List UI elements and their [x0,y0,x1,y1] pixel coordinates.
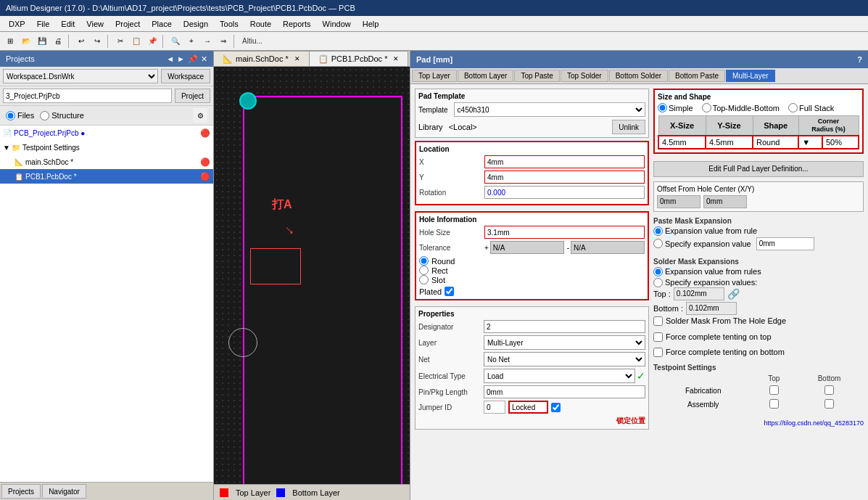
workspace-select[interactable]: Workspace1.DsnWrk [3,69,158,83]
menu-tools[interactable]: Tools [214,18,244,30]
layer-tab-bottom[interactable]: Bottom Layer [458,70,513,82]
assembly-bottom-checkbox[interactable] [824,399,834,409]
layer-tab-bottom-solder[interactable]: Bottom Solder [609,70,668,82]
pcb-pad[interactable] [239,92,257,110]
simple-radio-label[interactable]: Simple [658,103,693,112]
ysize-cell[interactable]: 4.5mm [706,136,753,149]
plated-checkbox[interactable] [445,287,454,296]
template-select[interactable]: c450h310 [454,102,645,117]
toolbar-btn-5[interactable]: 🔍 [168,34,183,49]
solder-specify-expansion-label[interactable]: Specify expansion values: [653,278,864,287]
offset-x-input[interactable] [657,195,700,208]
tree-item-source-docs[interactable]: ▼ 📁 Testpoint Settings [0,140,213,155]
workspace-button[interactable]: Workspace [161,69,210,83]
shape-dropdown-cell[interactable]: ▼ [798,136,822,149]
toolbar-copy[interactable]: 📋 [129,34,144,49]
fabrication-top-checkbox[interactable] [769,385,779,395]
locked-input[interactable] [508,401,548,414]
tolerance-minus-input[interactable] [571,241,645,254]
toolbar-redo[interactable]: ↪ [90,34,104,49]
menu-place[interactable]: Place [146,18,178,30]
toolbar-btn-8[interactable]: ⇒ [216,34,231,49]
projects-tab-btn[interactable]: Projects [1,484,41,499]
tab-main-close[interactable]: ✕ [294,55,300,62]
corner-pct-cell[interactable]: 50% [822,136,859,149]
pcb-canvas[interactable]: 打A ↑ [214,67,410,484]
tab-pcb1-pcbdoc[interactable]: 📋 PCB1.PcbDoc * ✕ [310,51,409,66]
round-radio-label[interactable]: Round [419,256,645,266]
tab-main-schdoc[interactable]: 📐 main.SchDoc * ✕ [214,51,310,66]
solder-expansion-from-rules-radio[interactable] [653,267,663,276]
layer-tab-top[interactable]: Top Layer [412,70,457,82]
nav-right-icon[interactable]: ► [177,54,185,64]
edit-full-pad-btn[interactable]: Edit Full Pad Layer Definition... [653,161,864,177]
unlink-btn[interactable]: Unlink [612,120,645,134]
toolbar-btn-4[interactable]: 🖨 [51,34,65,49]
top-layer-label[interactable]: Top Layer [236,488,270,497]
toolbar-btn-1[interactable]: ⊞ [3,34,17,49]
solder-top-input[interactable] [674,287,724,300]
menu-dxp[interactable]: DXP [3,18,31,30]
solder-bottom-input[interactable] [686,302,737,315]
electrical-type-select[interactable]: Load [484,369,635,383]
paste-expansion-from-rule-radio[interactable] [653,226,663,236]
menu-reports[interactable]: Reports [277,18,317,30]
files-radio[interactable] [6,111,15,120]
panel-settings-btn[interactable]: ⚙ [193,108,207,123]
solder-expansion-from-rules-label[interactable]: Expansion value from rules [653,267,864,276]
jumper-id-spin[interactable] [484,401,505,414]
menu-window[interactable]: Window [317,18,357,30]
toolbar-cut[interactable]: ✂ [113,34,128,49]
paste-specify-expansion-label[interactable]: Specify expansion value [653,237,864,250]
tree-item-pcb1-pcbdoc[interactable]: 📋 PCB1.PcbDoc * 🔴 [0,169,213,184]
pin-icon[interactable]: 📌 [188,54,198,64]
bottom-layer-label[interactable]: Bottom Layer [292,488,339,497]
rect-radio[interactable] [419,266,429,275]
tree-item-main-schdoc[interactable]: 📐 main.SchDoc * 🔴 [0,155,213,169]
toolbar-paste[interactable]: 📌 [145,34,160,49]
rect-radio-label[interactable]: Rect [419,266,645,275]
toolbar-btn-6[interactable]: + [184,34,199,49]
menu-help[interactable]: Help [357,18,385,30]
toolbar-btn-7[interactable]: → [200,34,215,49]
hole-size-input[interactable] [484,226,645,239]
structure-radio[interactable] [40,111,49,120]
toolbar-btn-3[interactable]: 💾 [35,34,49,49]
menu-view[interactable]: View [80,18,109,30]
y-input[interactable] [484,171,645,184]
designator-input[interactable] [484,320,645,333]
slot-radio-label[interactable]: Slot [419,275,645,284]
rotation-input[interactable] [484,186,645,199]
fabrication-bottom-checkbox[interactable] [824,385,834,395]
force-complete-bottom-label[interactable]: Force complete tenting on bottom [653,348,864,357]
solder-specify-expansion-radio[interactable] [653,278,663,287]
layer-tab-top-solder[interactable]: Top Solder [561,70,608,82]
structure-radio-label[interactable]: Structure [40,111,84,120]
locked-checkbox[interactable] [551,403,561,412]
layer-tab-top-paste[interactable]: Top Paste [514,70,559,82]
shape-cell[interactable]: Round [753,136,798,149]
tab-pcb1-close[interactable]: ✕ [393,55,399,62]
source-docs-expand[interactable]: ▼ [3,144,10,152]
menu-file[interactable]: File [31,18,56,30]
x-input[interactable] [484,155,645,168]
project-button[interactable]: Project [175,89,210,103]
menu-route[interactable]: Route [244,18,277,30]
xsize-cell[interactable]: 4.5mm [658,136,706,149]
paste-expansion-from-rule-label[interactable]: Expansion value from rule [653,226,864,236]
paste-specify-expansion-radio[interactable] [653,239,663,248]
navigator-tab-btn[interactable]: Navigator [42,484,86,499]
top-mid-bottom-radio[interactable] [702,103,711,112]
slot-radio[interactable] [419,275,429,284]
paste-expansion-value-input[interactable] [756,237,814,250]
round-radio[interactable] [419,256,429,266]
menu-project[interactable]: Project [109,18,146,30]
menu-edit[interactable]: Edit [55,18,80,30]
force-complete-bottom-checkbox[interactable] [653,348,663,357]
full-stack-radio[interactable] [788,103,798,112]
full-stack-radio-label[interactable]: Full Stack [788,103,834,112]
layer-tab-bottom-paste[interactable]: Bottom Paste [669,70,725,82]
force-complete-top-checkbox[interactable] [653,332,663,342]
tolerance-plus-input[interactable] [490,241,564,254]
force-complete-top-label[interactable]: Force complete tenting on top [653,332,864,342]
